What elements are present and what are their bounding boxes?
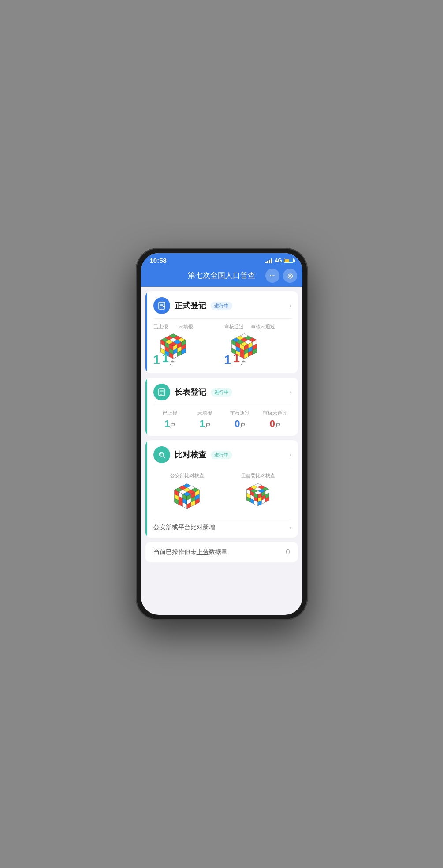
unreported-label: 未填报 [179, 323, 193, 330]
longform-icon [153, 384, 170, 400]
longform-reported: 已上报 1户 [153, 410, 187, 430]
approved-value: 1 [224, 353, 231, 367]
right-labels: 审核通过 审核未通过 [224, 323, 292, 330]
upload-status-card: 当前已操作但未上传数据量 0 [145, 542, 298, 562]
unreported-value: 1 [162, 351, 169, 365]
card-border-blue [145, 291, 147, 373]
longform-arrow-icon: › [289, 388, 291, 396]
phone-screen: 10:58 4G 第七次全国人口普查 ··· ◎ [141, 253, 302, 615]
compare-icon [153, 446, 170, 463]
compare-card: 比对核查 进行中 › 公安部比对核查 卫健委比对核查 [145, 440, 298, 538]
compare-bottom-row[interactable]: 公安部或平台比对新增 › [153, 520, 292, 531]
card-border-green [145, 440, 147, 538]
longform-unreported: 未填报 1户 [188, 410, 222, 430]
card-header-compare: 比对核查 进行中 › [153, 446, 292, 463]
longform-unreported-label: 未填报 [188, 410, 222, 416]
status-time: 10:58 [150, 257, 167, 264]
signal-bars-icon [265, 258, 272, 263]
network-type: 4G [275, 258, 282, 264]
left-unit: 户 [170, 359, 175, 366]
more-button[interactable]: ··· [265, 269, 279, 283]
header-title: 第七次全国人口普查 [188, 270, 255, 281]
longform-divider [153, 405, 292, 405]
health-commission-label: 卫健委比对核查 [224, 472, 292, 479]
longform-card: 长表登记 进行中 › 已上报 1户 未填报 [145, 378, 298, 436]
right-cube-wrapper: 1 1 户 [224, 332, 292, 367]
status-bar: 10:58 4G [141, 253, 302, 267]
longform-approved-label: 审核通过 [223, 410, 257, 416]
longform-unreported-value: 1户 [188, 418, 222, 430]
left-labels: 已上报 未填报 [153, 323, 221, 330]
formal-icon [153, 297, 170, 314]
compare-cube-left [167, 482, 207, 517]
compare-cube-right [240, 482, 275, 513]
rejected-label: 审核未通过 [251, 323, 275, 330]
longform-status-badge: 进行中 [211, 388, 232, 397]
card-header-formal: 正式登记 进行中 › [153, 297, 292, 314]
formal-cubes-area: 已上报 未填报 [153, 323, 292, 367]
card-header-longform: 长表登记 进行中 › [153, 384, 292, 400]
longform-rejected-label: 审核未通过 [258, 410, 292, 416]
reported-label: 已上报 [153, 323, 168, 330]
svg-point-71 [160, 453, 161, 455]
upload-status-text: 当前已操作但未上传数据量 [153, 548, 227, 556]
right-cube-area: 审核通过 审核未通过 [224, 323, 292, 367]
public-security-label: 公安部比对核查 [153, 472, 221, 479]
longform-reported-label: 已上报 [153, 410, 187, 416]
compare-cubes-row [153, 482, 292, 517]
longform-title: 长表登记 [175, 387, 206, 397]
formal-arrow-icon: › [289, 302, 291, 310]
formal-registration-card: 正式登记 进行中 › 已上报 未填报 [145, 291, 298, 373]
compare-divider [153, 468, 292, 468]
app-header: 第七次全国人口普查 ··· ◎ [141, 267, 302, 287]
battery-icon [284, 258, 294, 263]
status-icons: 4G [265, 258, 293, 264]
longform-reported-value: 1户 [153, 418, 187, 430]
rejected-value: 1 [233, 351, 240, 365]
formal-status-badge: 进行中 [211, 302, 232, 310]
longform-rejected-value: 0户 [258, 418, 292, 430]
longform-approved: 审核通过 0户 [223, 410, 257, 430]
reported-value: 1 [153, 353, 160, 367]
approved-label: 审核通过 [224, 323, 244, 330]
header-actions: ··· ◎ [265, 269, 297, 283]
longform-rejected: 审核未通过 0户 [258, 410, 292, 430]
compare-link-text: 公安部或平台比对新增 [153, 524, 215, 531]
left-cube-area: 已上报 未填报 [153, 323, 221, 367]
svg-line-70 [163, 456, 165, 458]
longform-approved-value: 0户 [223, 418, 257, 430]
compare-link-arrow: › [289, 524, 291, 531]
compare-title: 比对核查 [175, 449, 206, 460]
left-cube-wrapper: 1 1 户 [153, 332, 221, 367]
card-border-teal [145, 378, 147, 436]
longform-stats: 已上报 1户 未填报 1户 审核通过 [153, 410, 292, 430]
formal-title: 正式登记 [175, 300, 206, 311]
compare-labels-row: 公安部比对核查 卫健委比对核查 [153, 472, 292, 479]
compare-status-badge: 进行中 [211, 451, 232, 459]
right-unit: 户 [241, 359, 246, 366]
card-divider [153, 318, 292, 319]
target-button[interactable]: ◎ [283, 269, 297, 283]
phone-shell: 10:58 4G 第七次全国人口普查 ··· ◎ [136, 248, 308, 620]
upload-status-value: 0 [286, 548, 290, 556]
scroll-content: 正式登记 进行中 › 已上报 未填报 [141, 287, 302, 615]
compare-arrow-icon: › [289, 451, 291, 459]
